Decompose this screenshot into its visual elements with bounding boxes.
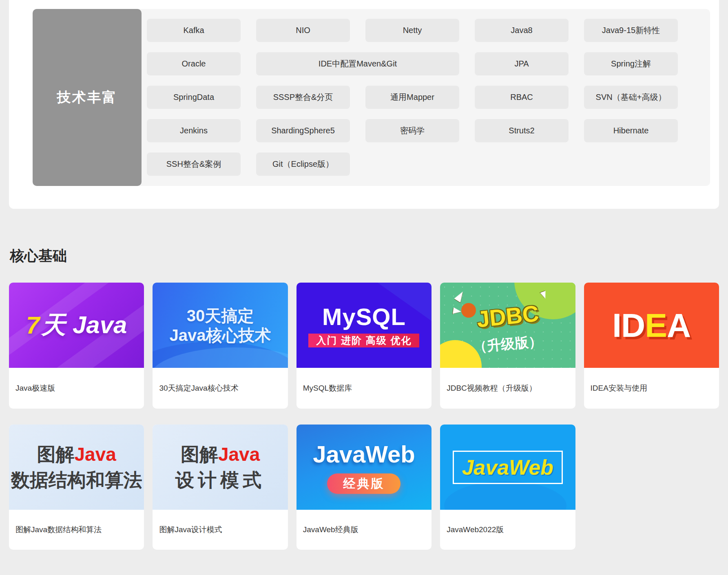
thumbnail-title: JDBC: [476, 300, 540, 333]
course-thumbnail: JDBC （升级版）: [440, 283, 575, 368]
course-thumbnail: 图解Java 设计模式: [153, 425, 288, 510]
tech-tag-svn[interactable]: SVN（基础+高级）: [584, 86, 678, 109]
course-catalog-page: 技术丰富 Kafka NIO Netty Java8 Java9-15新特性 O…: [0, 0, 728, 575]
tech-tag-rbac[interactable]: RBAC: [475, 86, 569, 109]
tech-tag-nio[interactable]: NIO: [256, 19, 350, 42]
tech-tag-spring-annotation[interactable]: Spring注解: [584, 52, 678, 75]
thumbnail-title: 图解Java 设计模式: [153, 425, 288, 510]
course-card-tujie-designpattern[interactable]: 图解Java 设计模式 图解Java设计模式: [153, 425, 288, 550]
tech-tag-oracle[interactable]: Oracle: [147, 52, 241, 75]
tech-tag-cryptography[interactable]: 密码学: [365, 119, 459, 142]
course-thumbnail: MySQL 入门 进阶 高级 优化: [297, 283, 431, 368]
thumbnail-title: 图解Java 数据结构和算法: [9, 425, 144, 510]
course-card-tujie-datastructure[interactable]: 图解Java 数据结构和算法 图解Java数据结构和算法: [9, 425, 144, 550]
tech-tags-container: 技术丰富 Kafka NIO Netty Java8 Java9-15新特性 O…: [33, 9, 710, 186]
tech-tag-git-eclipse[interactable]: Git（Eclipse版）: [256, 153, 350, 176]
course-title: Java极速版: [9, 368, 144, 409]
tech-tag-shardingsphere5[interactable]: ShardingSphere5: [256, 119, 350, 142]
thumbnail-title: MySQL 入门 进阶 高级 优化: [297, 283, 431, 368]
tech-tag-hibernate[interactable]: Hibernate: [584, 119, 678, 142]
tech-tag-jpa[interactable]: JPA: [475, 52, 569, 75]
course-card-idea[interactable]: IDEA IDEA安装与使用: [584, 283, 719, 409]
tech-tag-struts2[interactable]: Struts2: [475, 119, 569, 142]
course-card-mysql[interactable]: MySQL 入门 进阶 高级 优化 MySQL数据库: [297, 283, 431, 409]
tech-tag-java8[interactable]: Java8: [475, 19, 569, 42]
tech-panel: 技术丰富 Kafka NIO Netty Java8 Java9-15新特性 O…: [9, 0, 719, 209]
course-card-javaweb-2022[interactable]: JavaWeb JavaWeb2022版: [440, 425, 575, 550]
thumbnail-subtitle: （升级版）: [472, 332, 543, 357]
decor-sparkle-icon: [540, 291, 548, 300]
thumbnail-title: 7天 Java: [9, 283, 144, 368]
tech-tags-grid: Kafka NIO Netty Java8 Java9-15新特性 Oracle…: [147, 19, 678, 176]
course-title: JavaWeb2022版: [440, 510, 575, 550]
section-heading-core-basics: 核心基础: [10, 246, 67, 265]
course-title: IDEA安装与使用: [584, 368, 719, 409]
thumbnail-title: JavaWeb: [440, 425, 575, 510]
course-title: 30天搞定Java核心技术: [153, 368, 288, 409]
decor-sparkle-icon: [453, 307, 462, 315]
course-card-java-30days[interactable]: 30天搞定 Java核心技术 30天搞定Java核心技术: [153, 283, 288, 409]
course-thumbnail: JavaWeb: [440, 425, 575, 510]
decor-orange-dot: [461, 303, 476, 318]
course-thumbnail: 7天 Java: [9, 283, 144, 368]
tech-tag-mapper[interactable]: 通用Mapper: [365, 86, 459, 109]
tech-tag-netty[interactable]: Netty: [365, 19, 459, 42]
thumbnail-title: JavaWeb 经典版: [297, 425, 431, 510]
course-card-javaweb-classic[interactable]: JavaWeb 经典版 JavaWeb经典版: [297, 425, 431, 550]
thumbnail-title: IDEA: [584, 283, 719, 368]
course-card-java-express[interactable]: 7天 Java Java极速版: [9, 283, 144, 409]
tech-tag-kafka[interactable]: Kafka: [147, 19, 241, 42]
course-thumbnail: 图解Java 数据结构和算法: [9, 425, 144, 510]
course-title: 图解Java设计模式: [153, 510, 288, 550]
tech-tag-sssp[interactable]: SSSP整合&分页: [256, 86, 350, 109]
course-title: MySQL数据库: [297, 368, 431, 409]
decor-sparkle-icon: [454, 290, 466, 303]
tech-tag-ide-maven-git[interactable]: IDE中配置Maven&Git: [256, 52, 459, 75]
course-card-jdbc[interactable]: JDBC （升级版） JDBC视频教程（升级版）: [440, 283, 575, 409]
tech-tag-java9-15[interactable]: Java9-15新特性: [584, 19, 678, 42]
course-thumbnail: JavaWeb 经典版: [297, 425, 431, 510]
thumbnail-title: 30天搞定 Java核心技术: [153, 283, 288, 368]
tech-tag-ssh[interactable]: SSH整合&案例: [147, 153, 241, 176]
course-thumbnail: 30天搞定 Java核心技术: [153, 283, 288, 368]
course-title: JDBC视频教程（升级版）: [440, 368, 575, 409]
thumbnail-banner: 入门 进阶 高级 优化: [308, 334, 419, 347]
tech-tag-jenkins[interactable]: Jenkins: [147, 119, 241, 142]
course-title: JavaWeb经典版: [297, 510, 431, 550]
classic-badge: 经典版: [327, 473, 401, 494]
course-grid-row2: 图解Java 数据结构和算法 图解Java数据结构和算法 图解Java 设计模式…: [9, 425, 719, 550]
course-title: 图解Java数据结构和算法: [9, 510, 144, 550]
tech-tag-springdata[interactable]: SpringData: [147, 86, 241, 109]
course-grid-row1: 7天 Java Java极速版 30天搞定 Java核心技术 30天搞定Java…: [9, 283, 719, 409]
tech-section-label: 技术丰富: [33, 9, 142, 186]
course-thumbnail: IDEA: [584, 283, 719, 368]
